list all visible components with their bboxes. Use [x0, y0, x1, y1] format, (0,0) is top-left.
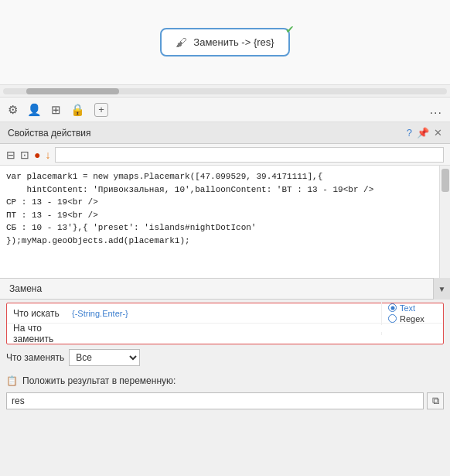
action-node-label: Заменить -> {res}: [193, 36, 274, 48]
find-input[interactable]: [69, 303, 381, 323]
more-options-icon[interactable]: ...: [430, 103, 442, 117]
close-icon[interactable]: ✕: [434, 127, 442, 139]
help-icon[interactable]: ?: [407, 127, 412, 139]
pin-icon[interactable]: 📌: [417, 127, 429, 139]
replace-right-spacer: [381, 332, 443, 335]
code-editor[interactable]: var placemark1 = new ymaps.Placemark([47…: [0, 166, 439, 278]
canvas-area: 🖌 Заменить -> {res} ✔: [0, 0, 450, 85]
variable-copy-btn[interactable]: ⧉: [427, 392, 444, 409]
replace-row: На что заменить: [7, 324, 443, 344]
find-row: Что искать Text Regex: [7, 303, 443, 324]
replace-what-select[interactable]: Все Первое Последнее: [69, 349, 140, 366]
list-icon[interactable]: ⊟: [6, 149, 15, 161]
variable-label: Положить результат в переменную:: [22, 375, 176, 386]
copy-icon: ⧉: [432, 395, 439, 407]
text-radio[interactable]: [388, 303, 397, 312]
grid-icon[interactable]: ⊞: [51, 103, 61, 117]
check-icon: ✔: [285, 23, 295, 36]
download-icon[interactable]: ↓: [45, 149, 50, 161]
replace-what-label: Что заменять: [6, 352, 64, 363]
regex-radio[interactable]: [388, 314, 397, 323]
record-icon[interactable]: ●: [34, 149, 40, 161]
find-label: Что искать: [7, 308, 69, 319]
paint-icon: 🖌: [176, 36, 187, 49]
scrollbar-track[interactable]: [3, 88, 447, 94]
replace-options-row: Что заменять Все Первое Последнее: [0, 348, 450, 368]
variable-input[interactable]: [6, 392, 424, 409]
replace-bar[interactable]: Замена ▼: [0, 278, 450, 300]
vertical-scrollbar-thumb[interactable]: [441, 169, 449, 192]
main-toolbar: ⚙ 👤 ⊞ 🔒 + ...: [0, 98, 450, 122]
sub-toolbar: ⊟ ⊡ ● ↓: [0, 144, 450, 166]
search-replace-section: Что искать Text Regex На что заменить: [6, 303, 444, 344]
panel-title: Свойства действия: [8, 128, 402, 139]
search-input[interactable]: [55, 147, 444, 163]
text-label: Text: [400, 303, 415, 313]
regex-radio-row[interactable]: Regex: [388, 314, 437, 324]
variable-row: 📋 Положить результат в переменную:: [0, 371, 450, 391]
horizontal-scrollbar[interactable]: [0, 85, 450, 98]
settings-icon[interactable]: ⚙: [8, 103, 18, 117]
find-options: Text Regex: [381, 302, 443, 325]
variable-icon: 📋: [6, 375, 18, 386]
replace-input[interactable]: [69, 324, 381, 344]
scrollbar-thumb[interactable]: [26, 88, 119, 94]
grid2-icon[interactable]: ⊡: [20, 149, 29, 161]
regex-label: Regex: [400, 314, 424, 324]
text-radio-row[interactable]: Text: [388, 303, 437, 313]
replace-label: На что заменить: [7, 323, 69, 344]
lock-icon[interactable]: 🔒: [70, 103, 85, 117]
action-node[interactable]: 🖌 Заменить -> {res} ✔: [160, 28, 289, 57]
panel-header: Свойства действия ? 📌 ✕: [0, 122, 450, 144]
variable-input-row: ⧉: [0, 391, 450, 413]
code-area-wrapper: var placemark1 = new ymaps.Placemark([47…: [0, 166, 450, 278]
add-icon[interactable]: +: [94, 103, 108, 117]
vertical-scrollbar[interactable]: [439, 166, 450, 278]
replace-bar-label: Замена: [6, 283, 430, 294]
chevron-down-icon: ▼: [438, 285, 446, 293]
replace-dropdown-btn[interactable]: ▼: [433, 278, 450, 300]
user-icon[interactable]: 👤: [27, 103, 42, 117]
